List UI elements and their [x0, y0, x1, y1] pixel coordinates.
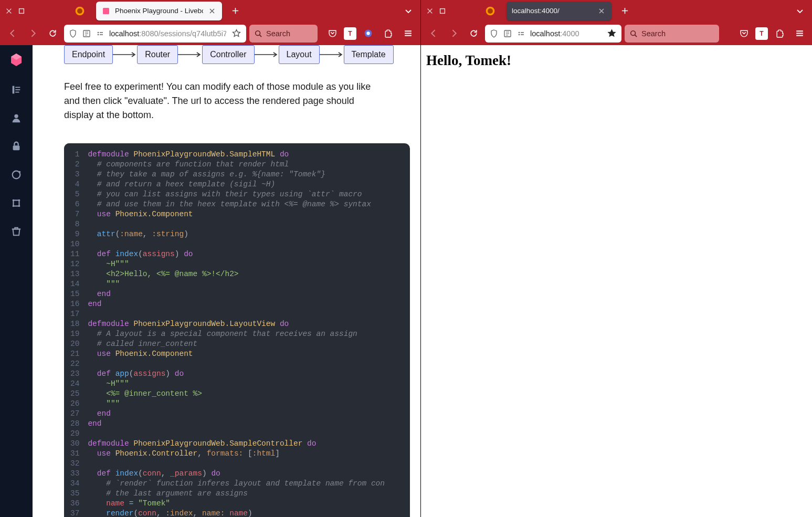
search-icon — [630, 30, 637, 37]
tracking-protection-button[interactable] — [360, 25, 376, 42]
firefox-icon — [480, 6, 500, 16]
svg-point-5 — [98, 31, 99, 33]
bookmark-button[interactable] — [606, 28, 617, 39]
toolbar: localhost:8080/sessions/q74lutb5i7h3 Sea… — [0, 22, 420, 45]
sidebar — [0, 45, 33, 517]
profile-button[interactable]: T — [755, 27, 768, 40]
search-placeholder: Search — [641, 29, 666, 38]
titlebar: Phoenix Playground - Livebo — [0, 0, 420, 22]
livebook-logo-icon[interactable] — [8, 51, 25, 68]
svg-point-17 — [19, 171, 21, 173]
forward-button[interactable] — [445, 25, 462, 42]
back-button[interactable] — [4, 25, 21, 42]
close-window-button[interactable] — [4, 6, 14, 16]
back-button[interactable] — [425, 25, 442, 42]
code-cell[interactable]: 1234567891011121314151617181920212223242… — [64, 143, 410, 517]
svg-point-6 — [98, 34, 99, 35]
code-content[interactable]: defmodule PhoenixPlaygroundWeb.SampleHTM… — [85, 143, 385, 517]
maximize-window-button[interactable] — [438, 6, 447, 16]
pocket-button[interactable] — [735, 25, 752, 42]
permissions-icon[interactable] — [503, 29, 512, 38]
svg-point-29 — [631, 30, 636, 35]
titlebar: localhost:4000/ — [421, 0, 812, 22]
arrow-icon — [255, 51, 279, 58]
svg-point-14 — [14, 114, 18, 118]
maximize-window-button[interactable] — [17, 6, 26, 16]
shield-icon[interactable] — [68, 29, 78, 38]
close-window-button[interactable] — [425, 6, 435, 16]
firefox-icon — [70, 6, 90, 16]
section-list-icon[interactable] — [9, 83, 23, 97]
toolbar: localhost:4000 Search T — [421, 22, 812, 45]
pocket-button[interactable] — [324, 25, 341, 42]
tabs-dropdown-button[interactable] — [400, 3, 416, 19]
svg-point-2 — [77, 8, 82, 14]
arrow-icon — [320, 51, 344, 58]
svg-point-25 — [488, 8, 493, 14]
extensions-button[interactable] — [379, 25, 396, 42]
url-text: localhost:8080/sessions/q74lutb5i7h3 — [109, 29, 226, 38]
description-text: Feel free to experiment! You can modify … — [64, 80, 379, 122]
new-tab-button[interactable] — [617, 3, 632, 19]
menu-button[interactable] — [399, 25, 416, 42]
svg-point-27 — [519, 31, 520, 33]
bin-panel-icon[interactable] — [9, 225, 23, 238]
svg-rect-13 — [15, 92, 19, 93]
search-placeholder: Search — [266, 29, 290, 38]
url-bar[interactable]: localhost:8080/sessions/q74lutb5i7h3 — [64, 25, 246, 43]
site-info-icon[interactable] — [96, 29, 105, 38]
arrow-icon — [178, 51, 202, 58]
page-content: Hello, Tomek! — [421, 45, 812, 517]
flow-box: Template — [344, 45, 394, 64]
dependencies-panel-icon[interactable] — [9, 196, 23, 210]
svg-point-21 — [13, 205, 15, 207]
close-tab-button[interactable] — [207, 6, 217, 16]
svg-rect-3 — [103, 8, 109, 14]
bookmark-button[interactable] — [230, 28, 242, 39]
url-bar[interactable]: localhost:4000 — [485, 25, 621, 43]
svg-rect-15 — [13, 145, 20, 150]
line-gutter: 1234567891011121314151617181920212223242… — [64, 143, 85, 517]
svg-rect-12 — [15, 89, 20, 90]
livebook-favicon-icon — [101, 6, 111, 16]
svg-rect-10 — [13, 86, 15, 94]
menu-button[interactable] — [791, 25, 808, 42]
svg-point-20 — [18, 199, 20, 202]
tab-title: Phoenix Playground - Livebo — [115, 7, 203, 15]
forward-button[interactable] — [24, 25, 41, 42]
close-tab-button[interactable] — [597, 6, 606, 16]
new-tab-button[interactable] — [227, 3, 243, 19]
tab-title: localhost:4000/ — [512, 7, 593, 15]
right-browser-window: localhost:4000/ localhost:4000 Search T … — [421, 0, 812, 517]
flow-box: Endpoint — [64, 45, 113, 64]
profile-button[interactable]: T — [344, 27, 356, 40]
search-bar[interactable]: Search — [249, 25, 318, 43]
flow-box: Layout — [279, 45, 320, 64]
notebook-main: Endpoint Router Controller Layout Templa… — [33, 45, 420, 517]
svg-rect-23 — [440, 8, 445, 13]
hello-heading: Hello, Tomek! — [426, 52, 511, 510]
search-icon — [255, 30, 262, 37]
flow-box: Controller — [202, 45, 254, 64]
arrow-icon — [113, 51, 137, 58]
runtime-panel-icon[interactable] — [9, 168, 23, 182]
svg-point-22 — [18, 205, 20, 207]
svg-rect-11 — [15, 87, 20, 88]
url-text: localhost:4000 — [530, 29, 602, 38]
search-bar[interactable]: Search — [625, 25, 719, 43]
browser-tab[interactable]: localhost:4000/ — [507, 2, 611, 20]
reload-button[interactable] — [465, 25, 482, 42]
secrets-panel-icon[interactable] — [9, 140, 23, 153]
svg-point-9 — [366, 31, 370, 35]
browser-tab[interactable]: Phoenix Playground - Livebo — [96, 2, 222, 20]
permissions-icon[interactable] — [82, 29, 91, 38]
reload-button[interactable] — [44, 25, 61, 42]
shield-icon[interactable] — [489, 29, 499, 38]
tabs-dropdown-button[interactable] — [792, 3, 808, 19]
extensions-button[interactable] — [771, 25, 788, 42]
svg-point-28 — [519, 34, 520, 35]
svg-rect-0 — [19, 8, 24, 13]
left-browser-window: Phoenix Playground - Livebo localhost:80… — [0, 0, 421, 517]
users-panel-icon[interactable] — [9, 111, 23, 125]
site-info-icon[interactable] — [516, 29, 526, 38]
